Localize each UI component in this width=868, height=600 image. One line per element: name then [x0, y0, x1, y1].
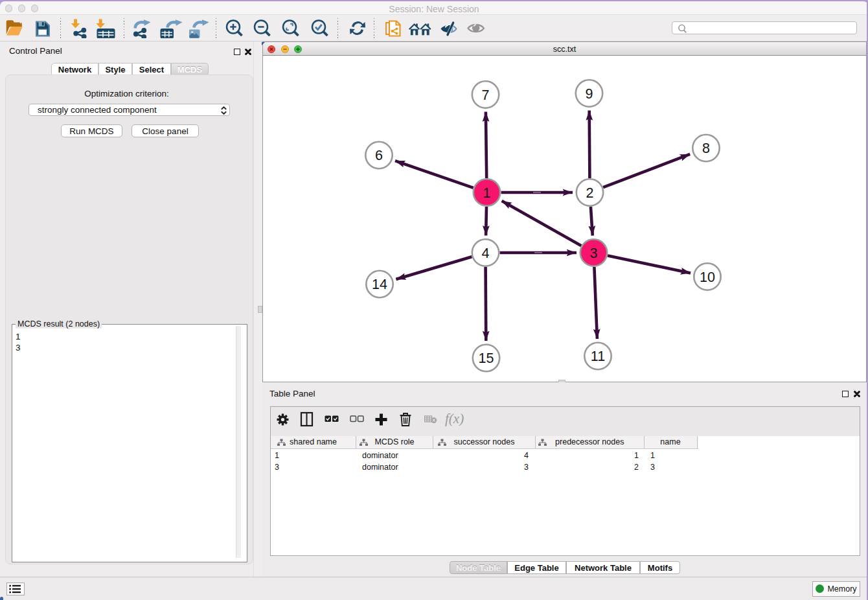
svg-text:4: 4 — [482, 246, 490, 261]
svg-text:9: 9 — [586, 86, 593, 102]
svg-text:2: 2 — [586, 185, 594, 201]
svg-text:3: 3 — [590, 246, 598, 261]
svg-text:14: 14 — [372, 277, 387, 292]
svg-text:11: 11 — [591, 349, 605, 364]
svg-text:1: 1 — [483, 185, 491, 201]
svg-text:7: 7 — [482, 87, 490, 103]
svg-text:10: 10 — [700, 270, 715, 285]
svg-text:15: 15 — [479, 351, 494, 366]
svg-text:6: 6 — [375, 148, 383, 163]
svg-text:8: 8 — [702, 141, 710, 156]
